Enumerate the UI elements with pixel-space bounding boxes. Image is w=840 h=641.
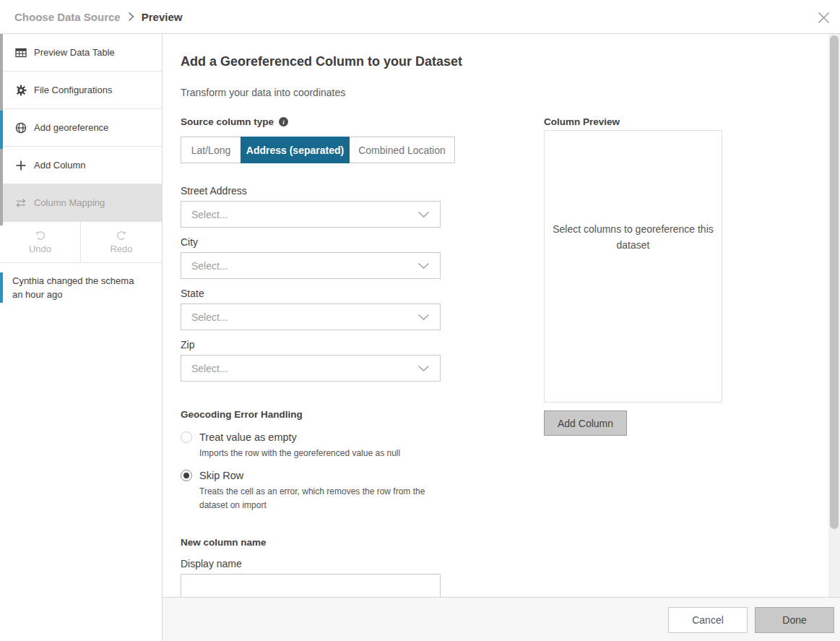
sidebar-item-preview-data-table[interactable]: Preview Data Table (0, 34, 162, 72)
radio-description: Imports the row with the georeferenced v… (199, 447, 400, 460)
modal-footer: Cancel Done (163, 597, 840, 641)
select-placeholder: Select... (191, 363, 228, 374)
source-column-type-label: Source column type i (181, 116, 288, 127)
globe-icon (15, 122, 27, 134)
tab-address-separated[interactable]: Address (separated) (241, 137, 350, 163)
geocoding-error-handling-title: Geocoding Error Handling (181, 409, 303, 420)
treat-value-as-empty-radio-row[interactable]: Treat value as empty (181, 431, 400, 443)
chevron-down-icon (417, 211, 430, 218)
sidebar-item-label: Column Mapping (34, 197, 105, 208)
radio-checked-icon[interactable] (181, 470, 192, 481)
swap-arrows-icon (15, 197, 27, 209)
option-treat-value-as-empty: Treat value as empty Imports the row wit… (181, 431, 400, 460)
select-placeholder: Select... (191, 260, 228, 272)
display-name-input[interactable] (181, 574, 441, 597)
street-address-select[interactable]: Select... (181, 201, 441, 228)
radio-description: Treats the cell as an error, which remov… (199, 485, 438, 512)
chevron-down-icon (417, 314, 430, 321)
select-placeholder: Select... (191, 311, 228, 323)
info-icon[interactable]: i (279, 117, 288, 126)
add-column-button[interactable]: Add Column (544, 410, 627, 436)
street-address-label: Street Address (181, 185, 441, 197)
undo-button[interactable]: Undo (0, 222, 81, 262)
vertical-scrollbar (828, 34, 840, 597)
sidebar-item-label: Add georeference (34, 122, 108, 133)
schema-change-notification: Cynthia changed the schema an hour ago (0, 272, 162, 303)
sidebar-item-label: File Configurations (34, 85, 112, 95)
undo-label: Undo (29, 244, 51, 254)
radio-label: Skip Row (199, 470, 243, 481)
address-fields: Street Address Select... City Select... … (181, 185, 441, 390)
new-column-name-title: New column name (181, 537, 267, 548)
column-preview-title: Column Preview (544, 116, 620, 127)
city-select[interactable]: Select... (181, 252, 441, 279)
close-icon[interactable] (815, 9, 831, 25)
state-label: State (181, 288, 441, 299)
breadcrumb-choose-data-source[interactable]: Choose Data Source (14, 11, 121, 23)
chevron-down-icon (417, 365, 430, 372)
sidebar: Preview Data Table File Configurations (0, 34, 163, 641)
chevron-right-icon (128, 12, 134, 22)
tab-combined-location[interactable]: Combined Location (349, 137, 455, 163)
page-subtitle: Transform your data into coordinates (181, 87, 345, 98)
column-preview-empty-message: Select columns to georeference this data… (552, 221, 714, 253)
tab-lat-long[interactable]: Lat/Long (181, 137, 241, 163)
zip-label: Zip (181, 339, 441, 350)
gear-icon (15, 85, 27, 96)
scrollbar-thumb[interactable] (830, 35, 839, 529)
sidebar-active-indicator (0, 111, 3, 149)
redo-icon (116, 230, 127, 241)
radio-label: Treat value as empty (199, 431, 297, 443)
page-title: Add a Georeferenced Column to your Datas… (181, 54, 462, 69)
column-preview-box: Select columns to georeference this data… (544, 130, 722, 403)
plus-icon (15, 160, 27, 171)
notification-text: Cynthia changed the schema (12, 274, 152, 288)
sidebar-item-column-mapping[interactable]: Column Mapping (0, 184, 162, 222)
redo-label: Redo (110, 244, 132, 254)
modal-header: Choose Data Source Preview (0, 0, 840, 34)
chevron-down-icon (417, 262, 430, 270)
skip-row-radio-row[interactable]: Skip Row (181, 470, 438, 481)
sidebar-item-label: Add Column (34, 160, 86, 171)
notification-time: an hour ago (12, 288, 152, 301)
main-panel: Add a Georeferenced Column to your Datas… (163, 34, 840, 597)
state-select[interactable]: Select... (181, 304, 441, 330)
undo-icon (35, 230, 46, 241)
zip-select[interactable]: Select... (181, 355, 441, 382)
display-name-label: Display name (181, 558, 242, 569)
select-placeholder: Select... (191, 209, 228, 220)
redo-button[interactable]: Redo (81, 222, 162, 262)
breadcrumb-preview: Preview (142, 11, 183, 23)
sidebar-item-label: Preview Data Table (34, 47, 115, 58)
option-skip-row: Skip Row Treats the cell as an error, wh… (181, 470, 438, 512)
sidebar-item-add-georeference[interactable]: Add georeference (0, 109, 162, 147)
sidebar-item-add-column[interactable]: Add Column (0, 147, 162, 184)
cancel-button[interactable]: Cancel (668, 607, 748, 633)
table-icon (15, 47, 27, 59)
undo-redo-row: Undo Redo (0, 222, 162, 263)
radio-unchecked-icon[interactable] (181, 431, 192, 443)
done-button[interactable]: Done (755, 607, 834, 633)
source-type-tabs: Lat/Long Address (separated) Combined Lo… (181, 137, 455, 163)
sidebar-item-file-configurations[interactable]: File Configurations (0, 72, 162, 109)
city-label: City (181, 236, 441, 248)
